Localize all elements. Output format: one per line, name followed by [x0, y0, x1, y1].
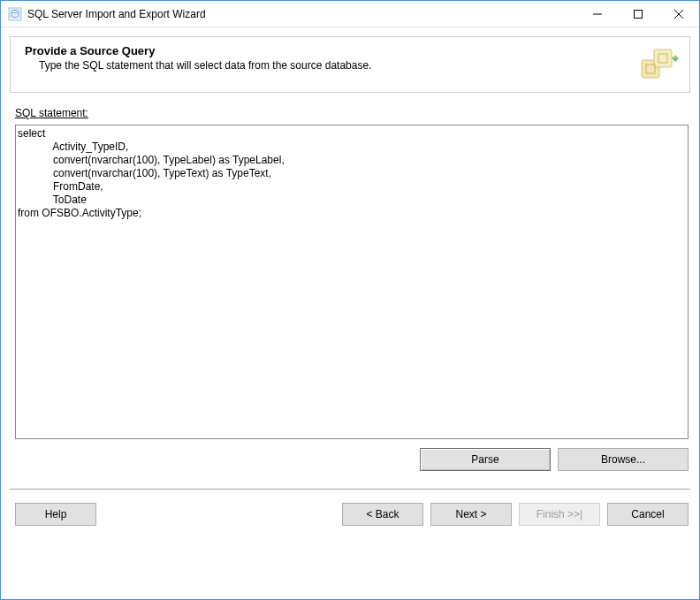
sql-statement-input[interactable] [16, 125, 688, 438]
svg-rect-2 [635, 10, 643, 18]
svg-point-1 [11, 10, 19, 12]
sql-statement-container [15, 125, 689, 439]
parse-button[interactable]: Parse [420, 448, 551, 471]
titlebar: SQL Server Import and Export Wizard [1, 1, 699, 27]
back-button[interactable]: < Back [342, 503, 423, 526]
page-heading: Provide a Source Query [25, 44, 629, 57]
help-button[interactable]: Help [15, 503, 96, 526]
close-button[interactable] [658, 1, 699, 27]
cancel-button[interactable]: Cancel [607, 503, 689, 526]
wizard-header: Provide a Source Query Type the SQL stat… [10, 36, 690, 93]
maximize-button[interactable] [618, 1, 658, 27]
data-transform-icon [636, 44, 679, 87]
svg-rect-4 [654, 49, 672, 67]
page-subheading: Type the SQL statement that will select … [39, 59, 629, 72]
window-controls [577, 1, 699, 27]
app-icon [8, 7, 22, 21]
finish-button[interactable]: Finish >>| [519, 503, 600, 526]
content-area: SQL statement: Parse Browse... [1, 93, 699, 478]
window-title: SQL Server Import and Export Wizard [27, 8, 206, 20]
minimize-button[interactable] [577, 1, 618, 27]
next-button[interactable]: Next > [430, 503, 512, 526]
sql-statement-label: SQL statement: [15, 107, 88, 119]
browse-button[interactable]: Browse... [558, 448, 689, 471]
footer: Help < Back Next > Finish >>| Cancel [1, 490, 699, 536]
